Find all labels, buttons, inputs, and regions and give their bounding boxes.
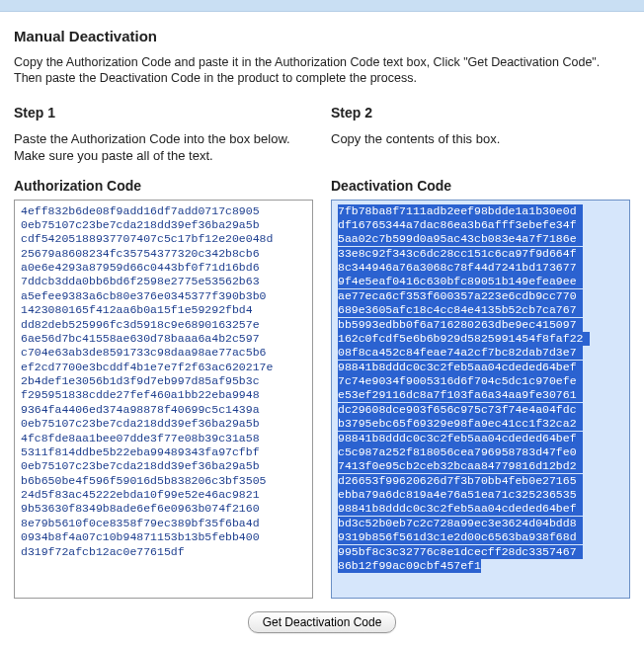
page-content: Manual Deactivation Copy the Authorizati… (0, 12, 644, 646)
step2-desc: Copy the contents of this box. (331, 130, 630, 172)
top-accent-bar (0, 0, 644, 12)
authorization-code-input[interactable] (14, 200, 313, 599)
deactivation-code-output[interactable] (331, 200, 630, 599)
intro-text: Copy the Authorization Code and paste it… (14, 54, 630, 87)
step1-title: Step 1 (14, 105, 313, 121)
step1-desc: Paste the Authorization Code into the bo… (14, 130, 313, 172)
steps-row: Step 1 Paste the Authorization Code into… (14, 105, 630, 602)
step2-column: Step 2 Copy the contents of this box. De… (331, 105, 630, 602)
step1-column: Step 1 Paste the Authorization Code into… (14, 105, 313, 602)
page-title: Manual Deactivation (14, 28, 630, 44)
authorization-code-label: Authorization Code (14, 178, 313, 194)
get-deactivation-code-button[interactable]: Get Deactivation Code (248, 611, 397, 633)
action-row: Get Deactivation Code (14, 611, 630, 633)
deactivation-code-label: Deactivation Code (331, 178, 630, 194)
step2-title: Step 2 (331, 105, 630, 121)
